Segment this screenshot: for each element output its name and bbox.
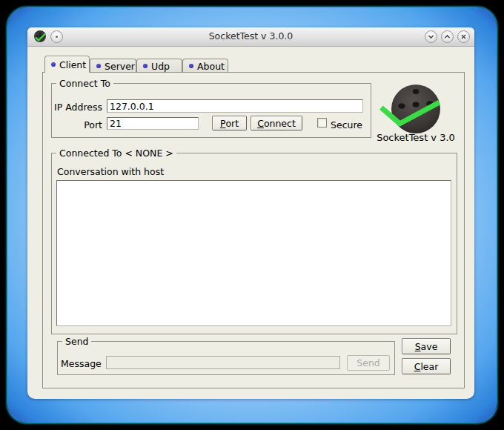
maximize-button[interactable] bbox=[441, 30, 454, 43]
port-label: Port bbox=[53, 119, 102, 130]
chevron-up-icon bbox=[444, 33, 451, 40]
desktop-background: SocketTest v 3.0.0 Client bbox=[0, 0, 504, 430]
tab-server[interactable]: Server bbox=[90, 59, 136, 73]
port-field[interactable] bbox=[107, 117, 199, 130]
titlebar[interactable]: SocketTest v 3.0.0 bbox=[27, 27, 474, 47]
message-field[interactable] bbox=[106, 356, 340, 369]
clear-button[interactable]: Clear bbox=[402, 358, 451, 374]
secure-checkbox[interactable] bbox=[317, 118, 327, 128]
tab-about[interactable]: About bbox=[182, 59, 228, 73]
tab-client-label: Client bbox=[59, 59, 86, 70]
send-button[interactable]: Send bbox=[347, 355, 390, 371]
minimize-button[interactable] bbox=[425, 30, 437, 43]
port-button[interactable]: Port bbox=[212, 116, 247, 130]
app-window: SocketTest v 3.0.0 Client bbox=[27, 27, 474, 399]
conversation-textarea[interactable] bbox=[56, 180, 451, 326]
message-label: Message bbox=[61, 358, 102, 369]
logo-caption: SocketTest v 3.0 bbox=[369, 132, 462, 143]
secure-label: Secure bbox=[331, 119, 362, 130]
window-title: SocketTest v 3.0.0 bbox=[27, 30, 474, 42]
tab-bullet-icon bbox=[96, 64, 101, 68]
close-x-icon bbox=[460, 33, 467, 40]
client-tab-panel: Connect To IP Address Port Port Connect … bbox=[42, 72, 465, 388]
tab-udp[interactable]: Udp bbox=[136, 59, 182, 73]
tab-bullet-icon bbox=[189, 64, 193, 68]
tab-bullet-icon bbox=[51, 62, 56, 67]
save-button[interactable]: Save bbox=[402, 338, 451, 354]
connect-button[interactable]: Connect bbox=[251, 116, 302, 130]
ip-address-field[interactable] bbox=[107, 99, 363, 113]
tab-client[interactable]: Client bbox=[44, 56, 90, 73]
send-group-title: Send bbox=[62, 336, 91, 347]
tab-about-label: About bbox=[197, 61, 225, 72]
chevron-down-icon bbox=[428, 33, 434, 40]
connect-to-group-title: Connect To bbox=[56, 78, 113, 89]
close-button[interactable] bbox=[457, 30, 470, 43]
connected-to-group-title: Connected To < NONE > bbox=[56, 148, 176, 159]
tab-udp-label: Udp bbox=[151, 61, 170, 72]
conversation-label: Conversation with host bbox=[57, 166, 164, 177]
tab-bullet-icon bbox=[143, 64, 147, 68]
sockettest-logo-icon bbox=[377, 79, 458, 136]
tab-server-label: Server bbox=[105, 61, 135, 72]
ip-address-label: IP Address bbox=[53, 102, 102, 113]
